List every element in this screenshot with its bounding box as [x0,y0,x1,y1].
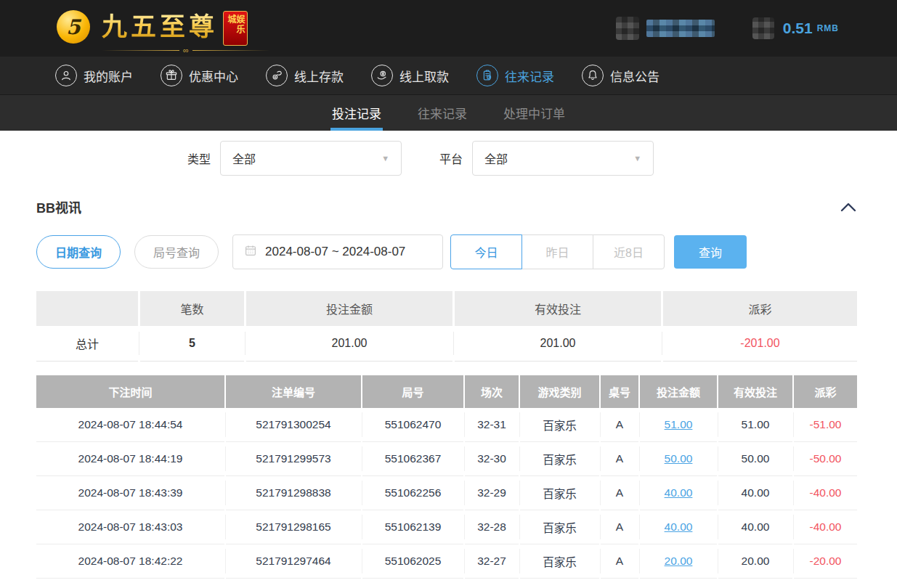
cell-game-type: 百家乐 [520,408,599,442]
summary-valid-bet: 201.00 [455,326,661,362]
date-range-value: 2024-08-07 ~ 2024-08-07 [265,245,405,259]
top-bar: 5 九五至尊 娱乐城 ∞ 0.51 RMB [0,0,897,57]
cell-session: 32-30 [465,442,519,476]
tab-bet-records[interactable]: 投注记录 [330,95,383,131]
cell-round-id: 551062025 [362,544,463,579]
cell-bet-time: 2024-08-07 18:42:22 [36,544,224,579]
nav-label: 线上取款 [399,67,449,85]
date-query-button[interactable]: 日期查询 [36,235,121,269]
record-subtabs: 投注记录 往来记录 处理中订单 [0,94,897,131]
cell-game-type: 百家乐 [520,544,599,579]
withdraw-icon [371,65,393,86]
username-mosaic [646,20,715,37]
chevron-down-icon: ▼ [633,154,641,163]
chevron-up-icon [840,202,856,212]
balance-currency: RMB [817,23,839,33]
nav-label: 线上存款 [294,67,344,85]
query-controls: 日期查询 局号查询 2024-08-07 ~ 2024-08-07 今日 昨日 … [36,234,861,269]
cell-bet-amount-link[interactable]: 20.00 [640,544,717,579]
cell-table-no: A [601,408,638,442]
brand-title: 九五至尊 [102,9,218,45]
date-shortcut-group: 今日 昨日 近8日 [450,234,665,269]
wallet-icon-mosaic [752,17,774,39]
cell-payout: -50.00 [794,442,857,476]
col-header-valid-bet: 有效投注 [718,375,792,408]
cell-valid-bet: 20.00 [718,544,792,579]
user-account[interactable] [616,17,715,40]
logo-ornament-divider: ∞ [102,46,270,54]
cell-bet-amount-link[interactable]: 50.00 [640,442,717,476]
platform-select[interactable]: 全部 ▼ [472,141,654,176]
cell-bet-amount-link[interactable]: 40.00 [640,510,717,544]
summary-header-valid-bet: 有效投注 [455,291,661,326]
nav-item-my-account[interactable]: 我的账户 [55,65,133,86]
cell-round-id: 551062367 [362,442,463,476]
cell-bet-amount-link[interactable]: 40.00 [640,476,717,510]
platform-filter-label: 平台 [439,150,463,167]
round-query-button[interactable]: 局号查询 [134,235,219,269]
cell-order-id: 521791297464 [226,544,361,579]
bet-records-table: 下注时间 注单编号 局号 场次 游戏类别 桌号 投注金额 有效投注 派彩 202… [36,375,857,579]
summary-payout: -201.00 [663,326,857,362]
section-header: BB视讯 [36,197,861,216]
topbar-right: 0.51 RMB [616,17,839,40]
nav-label: 我的账户 [84,67,133,85]
nav-item-announcements[interactable]: 信息公告 [582,65,659,86]
today-button[interactable]: 今日 [450,234,522,269]
tab-transaction-records[interactable]: 往来记录 [416,95,468,131]
cell-valid-bet: 40.00 [718,510,792,544]
brand-badge: 娱乐城 [223,11,248,46]
nav-label: 往来记录 [505,67,554,85]
search-button[interactable]: 查询 [674,235,747,269]
main-nav: 我的账户 优惠中心 线上存款 线上取款 往来记录 信息公告 [0,57,897,94]
summary-table: 笔数 投注金额 有效投注 派彩 总计 5 201.00 201.00 -201.… [36,291,857,362]
summary-header-bet-amount: 投注金额 [246,291,452,326]
balance-amount: 0.51 [783,20,813,37]
platform-select-value: 全部 [484,150,508,167]
cell-payout: -20.00 [794,544,857,579]
nav-label: 信息公告 [610,67,659,85]
bell-icon [582,65,604,86]
records-icon [476,65,498,86]
cell-valid-bet: 50.00 [718,442,792,476]
nav-item-promotions[interactable]: 优惠中心 [161,65,238,86]
summary-bet-amount: 201.00 [246,326,452,362]
col-header-game-type: 游戏类别 [520,375,599,408]
tab-pending-orders[interactable]: 处理中订单 [502,95,567,131]
cell-game-type: 百家乐 [520,442,599,476]
summary-total-label: 总计 [36,326,138,362]
col-header-bet-time: 下注时间 [36,375,224,408]
nav-item-withdraw[interactable]: 线上取款 [371,65,449,86]
gift-icon [161,65,182,86]
collapse-section-button[interactable] [836,200,861,213]
summary-header-empty [36,291,138,326]
cell-session: 32-27 [465,544,519,579]
date-range-input[interactable]: 2024-08-07 ~ 2024-08-07 [232,234,443,269]
col-header-session: 场次 [465,375,519,408]
nav-item-records[interactable]: 往来记录 [476,65,554,86]
cell-bet-time: 2024-08-07 18:43:03 [36,510,224,544]
type-select-value: 全部 [232,150,256,167]
summary-header-payout: 派彩 [663,291,857,326]
cell-valid-bet: 51.00 [718,408,792,442]
cell-round-id: 551062139 [362,510,463,544]
cell-bet-amount-link[interactable]: 51.00 [640,408,717,442]
cell-order-id: 521791298165 [226,510,361,544]
cell-session: 32-28 [465,510,519,544]
balance-group[interactable]: 0.51 RMB [752,17,839,39]
cell-order-id: 521791299573 [226,442,361,476]
col-header-order-id: 注单编号 [226,375,361,408]
nav-item-deposit[interactable]: 线上存款 [266,65,344,86]
cell-game-type: 百家乐 [520,476,599,510]
cell-session: 32-29 [465,476,519,510]
cell-round-id: 551062470 [362,408,463,442]
cell-payout: -40.00 [794,476,857,510]
yesterday-button[interactable]: 昨日 [521,234,593,269]
type-select[interactable]: 全部 ▼ [220,141,402,176]
col-header-payout: 派彩 [794,375,857,408]
cell-bet-time: 2024-08-07 18:43:39 [36,476,224,510]
calendar-icon [244,244,257,260]
brand-logo[interactable]: 5 九五至尊 娱乐城 ∞ [57,6,248,51]
last-8-days-button[interactable]: 近8日 [593,234,665,269]
cell-valid-bet: 40.00 [718,476,792,510]
